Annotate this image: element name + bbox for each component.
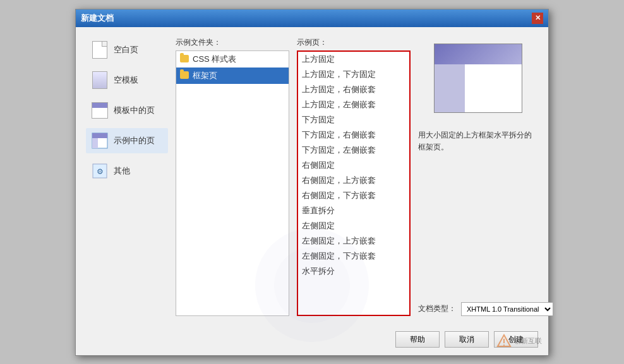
preview-panel: 用大小固定的上方框架水平拆分的框架页。 文档类型： XHTML 1.0 Tran… (418, 37, 538, 316)
folder-label-css: CSS 样式表 (193, 54, 236, 65)
file-item[interactable]: 上方固定，下方固定 (298, 67, 409, 82)
file-item[interactable]: 左侧固定，下方嵌套 (298, 249, 409, 264)
doc-type-label: 文档类型： (418, 303, 456, 314)
folder-item-frames[interactable]: 框架页 (176, 68, 289, 84)
right-file-panel: 示例页： 上方固定上方固定，下方固定上方固定，右侧嵌套上方固定，左侧嵌套下方固定… (297, 37, 411, 316)
nav-item-other[interactable]: ⚙ 其他 (86, 158, 168, 184)
nav-label-page-in-template: 模板中的页 (114, 105, 155, 116)
help-button[interactable]: 帮助 (395, 331, 440, 348)
logo-text: 创新互联 (514, 336, 542, 346)
preview-description: 用大小固定的上方框架水平拆分的框架页。 (418, 127, 538, 156)
close-button[interactable]: ✕ (532, 13, 543, 24)
file-item[interactable]: 垂直拆分 (298, 203, 409, 218)
file-item[interactable]: 右侧固定，下方嵌套 (298, 188, 409, 203)
dialog-title: 新建文档 (81, 13, 114, 24)
folder-icon-css (180, 55, 190, 64)
logo-icon (496, 334, 512, 349)
svg-text:⚙: ⚙ (97, 167, 104, 176)
folder-panel-label: 示例文件夹： (176, 37, 289, 48)
folder-list[interactable]: CSS 样式表 框架页 (176, 50, 289, 316)
nav-item-example-page[interactable]: 示例中的页 (86, 128, 168, 153)
nav-label-blank: 空白页 (114, 44, 138, 56)
nav-item-template-blank[interactable]: 空模板 (86, 68, 168, 93)
file-item[interactable]: 右侧固定，上方嵌套 (298, 173, 409, 188)
middle-folder-panel: 示例文件夹： CSS 样式表 框架页 (176, 37, 289, 316)
doc-type-select[interactable]: XHTML 1.0 TransitionalXHTML 1.0 StrictHT… (461, 302, 553, 316)
file-item[interactable]: 右侧固定 (298, 158, 409, 173)
file-item[interactable]: 下方固定，左侧嵌套 (298, 143, 409, 158)
preview-image (434, 44, 522, 113)
file-item[interactable]: 水平拆分 (298, 264, 409, 279)
doc-type-row: 文档类型： XHTML 1.0 TransitionalXHTML 1.0 St… (418, 302, 538, 316)
nav-label-template-blank: 空模板 (114, 74, 138, 86)
page-in-template-icon (91, 102, 109, 119)
svg-rect-1 (92, 133, 107, 138)
folder-icon-frames (180, 71, 190, 80)
file-panel-label: 示例页： (297, 37, 411, 48)
blank-template-icon (91, 71, 109, 89)
left-nav-panel: 空白页 空模板 模板中的页 (86, 37, 168, 316)
nav-label-other: 其他 (114, 165, 130, 177)
nav-label-example-page: 示例中的页 (114, 135, 155, 146)
title-bar: 新建文档 ✕ (76, 9, 548, 27)
dialog-footer: 帮助 取消 创建 (76, 326, 548, 355)
file-item[interactable]: 上方固定，左侧嵌套 (298, 97, 409, 112)
folder-item-css[interactable]: CSS 样式表 (176, 51, 289, 68)
example-page-icon (91, 132, 109, 150)
blank-page-icon (91, 41, 109, 59)
folder-label-frames: 框架页 (193, 70, 217, 81)
title-bar-buttons: ✕ (532, 13, 543, 24)
file-item[interactable]: 上方固定 (298, 52, 409, 67)
other-icon: ⚙ (91, 162, 109, 180)
dialog-wrapper: 新建文档 ✕ 空白页 空模板 模板 (75, 9, 549, 356)
svg-rect-2 (92, 138, 98, 148)
svg-point-9 (503, 344, 505, 346)
nav-item-blank[interactable]: 空白页 (86, 37, 168, 62)
file-item[interactable]: 下方固定，右侧嵌套 (298, 127, 409, 143)
cancel-button[interactable]: 取消 (445, 331, 489, 348)
nav-item-page-in-template[interactable]: 模板中的页 (86, 98, 168, 123)
file-list: 上方固定上方固定，下方固定上方固定，右侧嵌套上方固定，左侧嵌套下方固定下方固定，… (298, 52, 409, 279)
file-item[interactable]: 左侧固定 (298, 218, 409, 233)
file-list-container[interactable]: 上方固定上方固定，下方固定上方固定，右侧嵌套上方固定，左侧嵌套下方固定下方固定，… (297, 50, 411, 316)
dialog-content: 空白页 空模板 模板中的页 (76, 27, 548, 326)
file-item[interactable]: 上方固定，右侧嵌套 (298, 82, 409, 97)
file-item[interactable]: 下方固定 (298, 112, 409, 127)
file-item[interactable]: 左侧固定，上方嵌套 (298, 233, 409, 249)
logo-area: 创新互联 (496, 334, 542, 349)
